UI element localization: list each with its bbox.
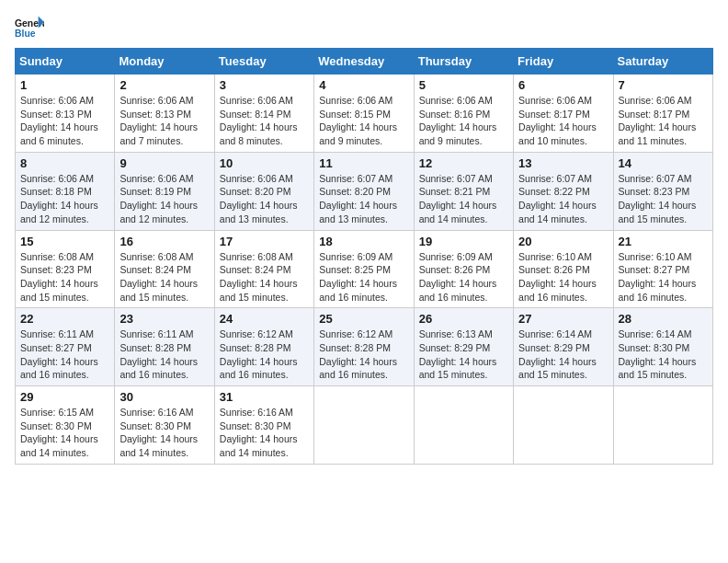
- day-number: 28: [619, 312, 708, 326]
- day-cell-21: 21Sunrise: 6:10 AMSunset: 8:27 PMDayligh…: [613, 230, 712, 308]
- day-cell-22: 22Sunrise: 6:11 AMSunset: 8:27 PMDayligh…: [16, 308, 115, 386]
- day-info: Sunrise: 6:16 AMSunset: 8:30 PMDaylight:…: [119, 406, 209, 460]
- day-number: 3: [220, 78, 309, 92]
- day-info: Sunrise: 6:06 AMSunset: 8:18 PMDaylight:…: [20, 172, 109, 226]
- logo-icon: General Blue: [15, 15, 44, 40]
- day-cell-17: 17Sunrise: 6:08 AMSunset: 8:24 PMDayligh…: [214, 230, 313, 308]
- day-number: 7: [619, 78, 708, 92]
- logo: General Blue: [15, 15, 44, 40]
- svg-text:Blue: Blue: [15, 29, 36, 39]
- day-cell-9: 9Sunrise: 6:06 AMSunset: 8:19 PMDaylight…: [115, 152, 214, 230]
- day-number: 14: [619, 156, 708, 170]
- day-number: 11: [319, 156, 408, 170]
- day-info: Sunrise: 6:13 AMSunset: 8:29 PMDaylight:…: [419, 327, 508, 382]
- day-number: 6: [518, 78, 608, 92]
- day-info: Sunrise: 6:10 AMSunset: 8:27 PMDaylight:…: [619, 250, 708, 304]
- day-info: Sunrise: 6:06 AMSunset: 8:16 PMDaylight:…: [419, 94, 508, 148]
- day-cell-28: 28Sunrise: 6:14 AMSunset: 8:30 PMDayligh…: [613, 308, 712, 386]
- day-cell-6: 6Sunrise: 6:06 AMSunset: 8:17 PMDaylight…: [514, 75, 613, 153]
- day-number: 17: [220, 235, 309, 248]
- day-cell-2: 2Sunrise: 6:06 AMSunset: 8:13 PMDaylight…: [115, 75, 214, 153]
- day-number: 8: [20, 156, 109, 170]
- day-info: Sunrise: 6:07 AMSunset: 8:23 PMDaylight:…: [619, 172, 708, 226]
- day-number: 27: [518, 312, 608, 326]
- day-info: Sunrise: 6:12 AMSunset: 8:28 PMDaylight:…: [220, 327, 309, 382]
- day-info: Sunrise: 6:14 AMSunset: 8:29 PMDaylight:…: [518, 327, 608, 382]
- day-cell-14: 14Sunrise: 6:07 AMSunset: 8:23 PMDayligh…: [613, 152, 712, 230]
- day-cell-12: 12Sunrise: 6:07 AMSunset: 8:21 PMDayligh…: [414, 152, 513, 230]
- day-cell-20: 20Sunrise: 6:10 AMSunset: 8:26 PMDayligh…: [514, 230, 613, 308]
- day-number: 23: [119, 312, 209, 326]
- day-number: 30: [119, 390, 209, 404]
- header-wednesday: Wednesday: [314, 49, 414, 75]
- day-cell-18: 18Sunrise: 6:09 AMSunset: 8:25 PMDayligh…: [314, 230, 414, 308]
- day-info: Sunrise: 6:06 AMSunset: 8:19 PMDaylight:…: [119, 172, 209, 226]
- day-info: Sunrise: 6:14 AMSunset: 8:30 PMDaylight:…: [619, 327, 708, 382]
- header-saturday: Saturday: [613, 49, 712, 75]
- day-number: 1: [20, 78, 109, 92]
- day-number: 9: [119, 156, 209, 170]
- day-cell-5: 5Sunrise: 6:06 AMSunset: 8:16 PMDaylight…: [414, 75, 513, 153]
- day-number: 15: [20, 235, 109, 248]
- day-cell-8: 8Sunrise: 6:06 AMSunset: 8:18 PMDaylight…: [16, 152, 115, 230]
- day-info: Sunrise: 6:07 AMSunset: 8:22 PMDaylight:…: [518, 172, 608, 226]
- day-number: 18: [319, 235, 408, 248]
- day-info: Sunrise: 6:06 AMSunset: 8:20 PMDaylight:…: [220, 172, 309, 226]
- day-info: Sunrise: 6:07 AMSunset: 8:21 PMDaylight:…: [419, 172, 508, 226]
- day-info: Sunrise: 6:10 AMSunset: 8:26 PMDaylight:…: [518, 250, 608, 304]
- empty-cell: [514, 386, 613, 465]
- header-sunday: Sunday: [16, 49, 115, 75]
- day-cell-29: 29Sunrise: 6:15 AMSunset: 8:30 PMDayligh…: [16, 386, 115, 465]
- week-row-2: 8Sunrise: 6:06 AMSunset: 8:18 PMDaylight…: [16, 152, 713, 230]
- day-info: Sunrise: 6:08 AMSunset: 8:24 PMDaylight:…: [220, 250, 309, 304]
- day-cell-23: 23Sunrise: 6:11 AMSunset: 8:28 PMDayligh…: [115, 308, 214, 386]
- day-number: 26: [419, 312, 508, 326]
- day-cell-26: 26Sunrise: 6:13 AMSunset: 8:29 PMDayligh…: [414, 308, 513, 386]
- day-number: 25: [319, 312, 408, 326]
- day-number: 22: [20, 312, 109, 326]
- day-info: Sunrise: 6:09 AMSunset: 8:26 PMDaylight:…: [419, 250, 508, 304]
- week-row-1: 1Sunrise: 6:06 AMSunset: 8:13 PMDaylight…: [16, 75, 713, 153]
- day-cell-4: 4Sunrise: 6:06 AMSunset: 8:15 PMDaylight…: [314, 75, 414, 153]
- empty-cell: [613, 386, 712, 465]
- day-info: Sunrise: 6:11 AMSunset: 8:28 PMDaylight:…: [119, 327, 209, 382]
- header-thursday: Thursday: [414, 49, 513, 75]
- day-info: Sunrise: 6:07 AMSunset: 8:20 PMDaylight:…: [319, 172, 408, 226]
- day-number: 5: [419, 78, 508, 92]
- day-number: 10: [220, 156, 309, 170]
- day-cell-19: 19Sunrise: 6:09 AMSunset: 8:26 PMDayligh…: [414, 230, 513, 308]
- day-info: Sunrise: 6:08 AMSunset: 8:24 PMDaylight:…: [119, 250, 209, 304]
- day-info: Sunrise: 6:06 AMSunset: 8:13 PMDaylight:…: [20, 94, 109, 148]
- day-number: 12: [419, 156, 508, 170]
- day-number: 24: [220, 312, 309, 326]
- header-monday: Monday: [115, 49, 214, 75]
- page-header: General Blue: [15, 15, 713, 40]
- day-cell-25: 25Sunrise: 6:12 AMSunset: 8:28 PMDayligh…: [314, 308, 414, 386]
- day-number: 19: [419, 235, 508, 248]
- days-header-row: SundayMondayTuesdayWednesdayThursdayFrid…: [16, 49, 713, 75]
- day-cell-15: 15Sunrise: 6:08 AMSunset: 8:23 PMDayligh…: [16, 230, 115, 308]
- header-tuesday: Tuesday: [214, 49, 313, 75]
- day-info: Sunrise: 6:06 AMSunset: 8:15 PMDaylight:…: [319, 94, 408, 148]
- day-cell-10: 10Sunrise: 6:06 AMSunset: 8:20 PMDayligh…: [214, 152, 313, 230]
- header-friday: Friday: [514, 49, 613, 75]
- day-cell-13: 13Sunrise: 6:07 AMSunset: 8:22 PMDayligh…: [514, 152, 613, 230]
- day-info: Sunrise: 6:06 AMSunset: 8:17 PMDaylight:…: [619, 94, 708, 148]
- day-cell-31: 31Sunrise: 6:16 AMSunset: 8:30 PMDayligh…: [214, 386, 313, 465]
- day-cell-30: 30Sunrise: 6:16 AMSunset: 8:30 PMDayligh…: [115, 386, 214, 465]
- day-cell-7: 7Sunrise: 6:06 AMSunset: 8:17 PMDaylight…: [613, 75, 712, 153]
- day-cell-1: 1Sunrise: 6:06 AMSunset: 8:13 PMDaylight…: [16, 75, 115, 153]
- empty-cell: [314, 386, 414, 465]
- week-row-3: 15Sunrise: 6:08 AMSunset: 8:23 PMDayligh…: [16, 230, 713, 308]
- day-info: Sunrise: 6:15 AMSunset: 8:30 PMDaylight:…: [20, 406, 109, 460]
- day-cell-27: 27Sunrise: 6:14 AMSunset: 8:29 PMDayligh…: [514, 308, 613, 386]
- day-number: 20: [518, 235, 608, 248]
- day-number: 29: [20, 390, 109, 404]
- day-info: Sunrise: 6:16 AMSunset: 8:30 PMDaylight:…: [220, 406, 309, 460]
- day-cell-16: 16Sunrise: 6:08 AMSunset: 8:24 PMDayligh…: [115, 230, 214, 308]
- day-number: 21: [619, 235, 708, 248]
- calendar-table: SundayMondayTuesdayWednesdayThursdayFrid…: [15, 48, 713, 465]
- day-number: 2: [119, 78, 209, 92]
- empty-cell: [414, 386, 513, 465]
- day-info: Sunrise: 6:09 AMSunset: 8:25 PMDaylight:…: [319, 250, 408, 304]
